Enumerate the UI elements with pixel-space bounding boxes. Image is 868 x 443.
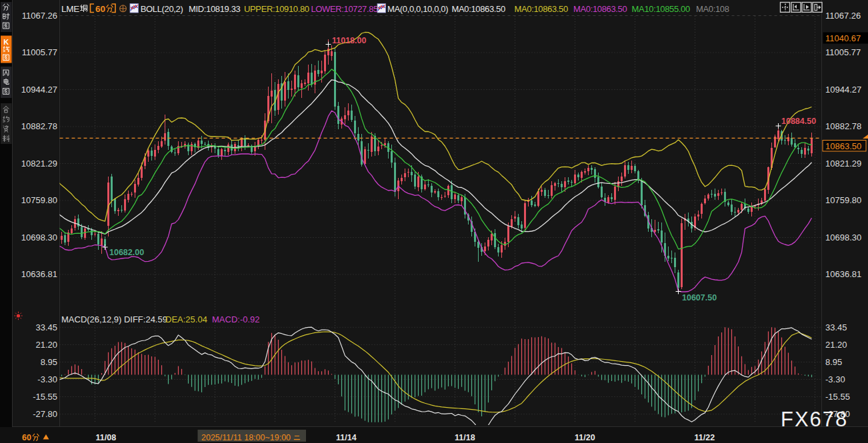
svg-text:10636.81: 10636.81 <box>21 269 57 279</box>
svg-text:DEA:25.04: DEA:25.04 <box>165 314 207 324</box>
svg-text:11005.77: 11005.77 <box>825 47 861 57</box>
svg-text:10698.30: 10698.30 <box>825 232 861 242</box>
svg-text:10884.50: 10884.50 <box>781 117 816 126</box>
svg-text:MACD(26,12,9) DIFF:24.59: MACD(26,12,9) DIFF:24.59 <box>61 314 167 324</box>
svg-text:11/22: 11/22 <box>695 433 715 442</box>
svg-text:11/20: 11/20 <box>575 433 595 442</box>
svg-text:-27.80: -27.80 <box>33 409 57 419</box>
svg-text:10759.80: 10759.80 <box>21 195 57 205</box>
svg-text:10863.50: 10863.50 <box>825 141 861 151</box>
svg-text:10944.27: 10944.27 <box>825 85 861 95</box>
svg-text:10882.78: 10882.78 <box>825 121 861 131</box>
svg-text:11067.26: 11067.26 <box>825 11 861 21</box>
svg-text:MA0:10863.50: MA0:10863.50 <box>452 4 505 14</box>
svg-text:-3.30: -3.30 <box>825 374 845 384</box>
svg-text:-15.55: -15.55 <box>33 392 57 402</box>
svg-text:MA10:10855.00: MA10:10855.00 <box>632 4 690 14</box>
svg-text:MA0:10863.50: MA0:10863.50 <box>515 4 568 14</box>
svg-text:10636.81: 10636.81 <box>825 269 861 279</box>
svg-text:21.20: 21.20 <box>35 340 57 350</box>
svg-text:10698.30: 10698.30 <box>21 232 57 242</box>
svg-text:10882.78: 10882.78 <box>21 121 57 131</box>
svg-text:10944.27: 10944.27 <box>21 85 57 95</box>
svg-text:K: K <box>3 38 9 46</box>
svg-text:10682.00: 10682.00 <box>109 248 144 257</box>
svg-text:BOLL(20,2): BOLL(20,2) <box>141 4 183 14</box>
svg-text:21.20: 21.20 <box>825 340 847 350</box>
svg-text:MID:10819.33: MID:10819.33 <box>189 4 241 14</box>
svg-text:60: 60 <box>22 433 31 442</box>
svg-text:33.45: 33.45 <box>35 322 57 332</box>
svg-text:MA(0,0,0,10,0,0): MA(0,0,0,10,0,0) <box>387 4 448 14</box>
svg-text:11/08: 11/08 <box>96 433 117 442</box>
svg-text:10607.50: 10607.50 <box>682 293 717 302</box>
svg-text:11/18: 11/18 <box>455 433 475 442</box>
svg-text:MA0:10863.50: MA0:10863.50 <box>573 4 627 14</box>
svg-text:11067.26: 11067.26 <box>22 11 57 21</box>
svg-text:60: 60 <box>95 4 105 14</box>
svg-text:FX678: FX678 <box>781 408 848 431</box>
svg-text:33.45: 33.45 <box>825 322 847 332</box>
svg-text:LME: LME <box>61 4 79 14</box>
svg-text:11/14: 11/14 <box>336 433 357 442</box>
svg-text:-3.30: -3.30 <box>37 374 57 384</box>
svg-text:8.95: 8.95 <box>41 357 57 367</box>
svg-text:MACD:-0.92: MACD:-0.92 <box>212 314 260 324</box>
svg-text:11040.67: 11040.67 <box>825 33 861 43</box>
svg-text:10759.80: 10759.80 <box>825 195 861 205</box>
svg-text:2025/11/11 18:00~19:00: 2025/11/11 18:00~19:00 <box>201 433 291 442</box>
svg-text:8.95: 8.95 <box>825 357 842 367</box>
svg-text:10821.29: 10821.29 <box>825 159 861 169</box>
svg-text:10821.29: 10821.29 <box>21 159 57 169</box>
svg-text:UPPER:10910.80: UPPER:10910.80 <box>244 4 309 14</box>
svg-text:11005.77: 11005.77 <box>22 47 57 57</box>
svg-text:MA0:108: MA0:108 <box>696 4 729 14</box>
svg-text:-15.55: -15.55 <box>825 392 850 402</box>
svg-text:11018.00: 11018.00 <box>332 36 366 45</box>
svg-text:LOWER:10727.85: LOWER:10727.85 <box>311 4 378 14</box>
